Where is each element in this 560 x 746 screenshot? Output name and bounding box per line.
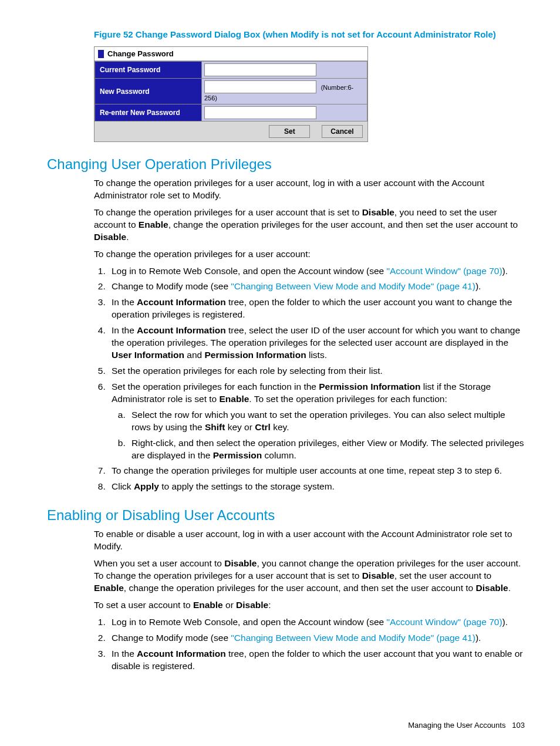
new-password-label: New Password [95, 79, 202, 104]
page-number: 103 [512, 721, 525, 730]
cancel-button[interactable]: Cancel [322, 125, 363, 138]
list-item: Set the operation privileges for each ro… [108, 365, 525, 377]
paragraph: To change the operation privileges for a… [94, 248, 525, 261]
link-account-window[interactable]: "Account Window" (page 70) [386, 266, 502, 276]
ordered-list: Log in to Remote Web Console, and open t… [94, 616, 525, 673]
dialog-title-text: Change Password [107, 49, 174, 58]
ordered-list: Log in to Remote Web Console, and open t… [94, 265, 525, 494]
list-item: Click Apply to apply the settings to the… [108, 481, 525, 493]
list-item: In the Account Information tree, select … [108, 325, 525, 362]
link-modify-mode[interactable]: "Changing Between View Mode and Modify M… [231, 633, 475, 643]
paragraph: When you set a user account to Disable, … [94, 558, 525, 595]
set-button[interactable]: Set [269, 125, 310, 138]
page-footer: Managing the User Accounts 103 [408, 721, 525, 730]
list-item: To change the operation privileges for m… [108, 465, 525, 477]
list-item: In the Account Information tree, open th… [108, 648, 525, 673]
paragraph: To change the operation privileges for a… [94, 207, 525, 244]
list-item: Change to Modify mode (see "Changing Bet… [108, 281, 525, 293]
list-item: Right-click, and then select the operati… [128, 437, 525, 462]
current-password-label: Current Password [95, 62, 202, 79]
link-modify-mode[interactable]: "Changing Between View Mode and Modify M… [231, 281, 475, 291]
list-item: Select the row for which you want to set… [128, 409, 525, 434]
paragraph: To change the operation privileges for a… [94, 177, 525, 202]
paragraph: To enable or disable a user account, log… [94, 528, 525, 553]
figure-caption: Figure 52 Change Password Dialog Box (wh… [94, 29, 525, 39]
reenter-password-label: Re-enter New Password [95, 104, 202, 121]
list-item: Log in to Remote Web Console, and open t… [108, 616, 525, 629]
section-heading-privileges: Changing User Operation Privileges [47, 156, 525, 173]
link-account-window[interactable]: "Account Window" (page 70) [386, 617, 502, 627]
paragraph: To set a user account to Enable or Disab… [94, 599, 525, 612]
footer-title: Managing the User Accounts [408, 721, 505, 730]
dialog-icon [98, 50, 104, 58]
sub-list: Select the row for which you want to set… [112, 409, 525, 462]
current-password-input[interactable] [204, 63, 316, 76]
list-item: Change to Modify mode (see "Changing Bet… [108, 632, 525, 644]
change-password-dialog: Change Password Current Password New Pas… [94, 46, 368, 142]
list-item: Log in to Remote Web Console, and open t… [108, 265, 525, 278]
dialog-title-bar: Change Password [95, 47, 367, 61]
reenter-password-input[interactable] [204, 106, 316, 119]
section-heading-enable-disable: Enabling or Disabling User Accounts [47, 507, 525, 524]
list-item: In the Account Information tree, open th… [108, 296, 525, 321]
new-password-input[interactable] [204, 80, 316, 93]
list-item: Set the operation privileges for each fu… [108, 381, 525, 462]
